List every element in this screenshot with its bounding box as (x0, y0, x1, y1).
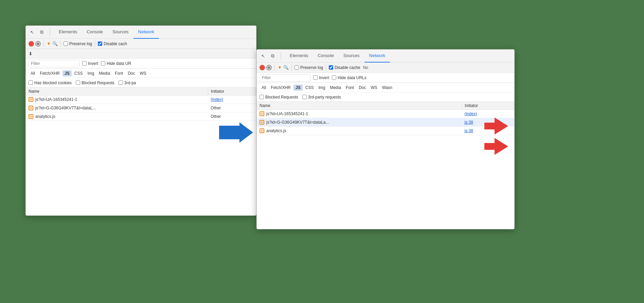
record-button-right[interactable] (260, 65, 265, 70)
type-all-left[interactable]: All (29, 70, 37, 76)
type-css-right[interactable]: CSS (303, 85, 316, 91)
tab-bar-left: ↖ ⧉ Elements Console Sources Network (26, 26, 256, 39)
table-row[interactable]: ⊙ analytics.js Other (26, 112, 256, 121)
type-font-right[interactable]: Font (344, 85, 356, 91)
network-table-element-right: Name Initiator ⊙ js?id=UA-165345241-1 (i… (257, 102, 514, 135)
network-table-right: Name Initiator ⊙ js?id=UA-165345241-1 (i… (257, 102, 514, 135)
search-icon-left[interactable]: 🔍 (52, 41, 58, 46)
3rdparty-checkbox-right[interactable] (302, 95, 307, 99)
preserve-log-label-right[interactable]: Preserve log (294, 65, 323, 70)
record-button-left[interactable] (29, 41, 34, 47)
disable-cache-label-right[interactable]: Disable cache (329, 65, 360, 70)
invert-label-right[interactable]: Invert (313, 75, 329, 80)
row3-icon-right: ⊙ (260, 128, 264, 133)
hide-urls-label-right[interactable]: Hide data URLs (332, 75, 366, 80)
table-row-highlighted[interactable]: ⊙ js?id=G-G36G49KV7T&l=dataLa... js:38 (257, 118, 514, 127)
tab-network-left[interactable]: Network (133, 26, 159, 39)
cursor-icon-right[interactable]: ↖ (260, 52, 267, 60)
type-js-right[interactable]: JS (293, 85, 303, 91)
svg-marker-0 (219, 122, 253, 143)
type-media-right[interactable]: Media (328, 85, 343, 91)
3rdparty-label-left[interactable]: 3rd-pa (119, 81, 136, 85)
blocked-cookies-label-left[interactable]: Has blocked cookies (29, 81, 72, 85)
table-row[interactable]: ⊙ analytics.js js:38 (257, 127, 514, 135)
invert-checkbox-right[interactable] (313, 75, 318, 80)
search-icon-right[interactable]: 🔍 (283, 65, 289, 70)
col-name-right[interactable]: Name (257, 102, 462, 110)
row3-name-left: ⊙ analytics.js (26, 112, 208, 121)
preserve-log-checkbox-left[interactable] (64, 41, 68, 46)
blue-arrow (219, 122, 253, 144)
tab-elements-left[interactable]: Elements (54, 26, 82, 39)
blocked-requests-checkbox-left[interactable] (76, 81, 80, 85)
stop-button-right[interactable] (266, 65, 272, 70)
blocked-requests-label-right[interactable]: Blocked Requests (260, 95, 298, 100)
blocked-requests-label-left[interactable]: Blocked Requests (76, 81, 114, 85)
filter-icon-left[interactable]: ▼ (47, 41, 51, 46)
type-wasn-right[interactable]: Wasn (380, 85, 394, 91)
invert-checkbox-left[interactable] (82, 61, 87, 66)
hide-urls-checkbox-right[interactable] (332, 75, 336, 80)
disable-cache-checkbox-right[interactable] (329, 65, 333, 70)
blocked-requests-checkbox-right[interactable] (260, 95, 264, 99)
row1-initiator-right[interactable]: (index) (462, 110, 514, 118)
row1-name-left: ⊙ js?id=UA-165345241-1 (26, 95, 208, 104)
row2-name-left: ⊙ js?id=G-G36G49KV7T&l=dataL... (26, 104, 208, 112)
filter-icon-right[interactable]: ▼ (278, 65, 282, 70)
hide-urls-checkbox-left[interactable] (101, 61, 105, 66)
filter-input-right[interactable] (260, 74, 310, 82)
3rdparty-checkbox-left[interactable] (119, 81, 123, 85)
type-fetch-right[interactable]: Fetch/XHR (269, 85, 293, 91)
layers-icon[interactable]: ⧉ (38, 29, 46, 36)
tab-console-right[interactable]: Console (313, 50, 339, 63)
type-doc-left[interactable]: Doc (126, 70, 137, 76)
tab-elements-right[interactable]: Elements (285, 50, 313, 63)
row2-name-right: ⊙ js?id=G-G36G49KV7T&l=dataLa... (257, 118, 462, 127)
3rdparty-label-right[interactable]: 3rd-party requests (302, 95, 341, 100)
type-fetch-left[interactable]: Fetch/XHR (38, 70, 62, 76)
type-ws-left[interactable]: WS (138, 70, 148, 76)
tab-network-right[interactable]: Network (364, 50, 390, 63)
row3-name-right: ⊙ analytics.js (257, 127, 462, 135)
col-initiator-left[interactable]: Initiator (208, 88, 256, 95)
download-icon-left[interactable]: ⬇ (29, 51, 33, 56)
toolbar-icons-right: ↖ ⧉ (260, 52, 281, 60)
filter-input-left[interactable] (29, 60, 79, 67)
row1-initiator-left[interactable]: (index) (208, 95, 256, 104)
table-row[interactable]: ⊙ js?id=UA-165345241-1 (index) (257, 110, 514, 118)
tab-bar-right: ↖ ⧉ Elements Console Sources Network (257, 50, 514, 63)
row2-initiator-left: Other (208, 104, 256, 112)
table-row[interactable]: ⊙ js?id=UA-165345241-1 (index) (26, 95, 256, 104)
sep2-left (60, 41, 61, 47)
preserve-log-checkbox-right[interactable] (294, 65, 299, 70)
cursor-icon[interactable]: ↖ (29, 29, 36, 36)
disable-cache-label-left[interactable]: Disable cach (98, 41, 127, 46)
type-all-right[interactable]: All (260, 85, 268, 91)
type-img-right[interactable]: Img (316, 85, 327, 91)
stop-button-left[interactable] (35, 41, 41, 47)
tab-sources-left[interactable]: Sources (108, 26, 133, 39)
type-css-left[interactable]: CSS (72, 70, 85, 76)
col-name-left[interactable]: Name (26, 88, 208, 95)
type-img-left[interactable]: Img (85, 70, 96, 76)
toolbar-row2-left: ⬇ (26, 49, 256, 58)
col-initiator-right[interactable]: Initiator (462, 102, 514, 110)
tab-console-left[interactable]: Console (82, 26, 108, 39)
tab-sources-right[interactable]: Sources (339, 50, 364, 63)
table-row[interactable]: ⊙ js?id=G-G36G49KV7T&l=dataL... Other (26, 104, 256, 112)
type-ws-right[interactable]: WS (369, 85, 379, 91)
type-doc-right[interactable]: Doc (357, 85, 368, 91)
preserve-log-label-left[interactable]: Preserve log (64, 41, 92, 46)
type-media-left[interactable]: Media (97, 70, 112, 76)
layers-icon-right[interactable]: ⧉ (269, 52, 276, 60)
devtools-panel-left: ↖ ⧉ Elements Console Sources Network ▼ 🔍… (25, 25, 256, 216)
row3-initiator-left: Other (208, 112, 256, 121)
type-font-left[interactable]: Font (113, 70, 125, 76)
type-js-left[interactable]: JS (62, 70, 72, 76)
blocked-cookies-checkbox-left[interactable] (29, 81, 33, 85)
invert-label-left[interactable]: Invert (82, 61, 98, 66)
sep3-right (326, 65, 326, 71)
hide-urls-label-left[interactable]: Hide data UR (101, 61, 131, 66)
disable-cache-checkbox-left[interactable] (98, 41, 102, 46)
sep3-left (95, 41, 95, 47)
